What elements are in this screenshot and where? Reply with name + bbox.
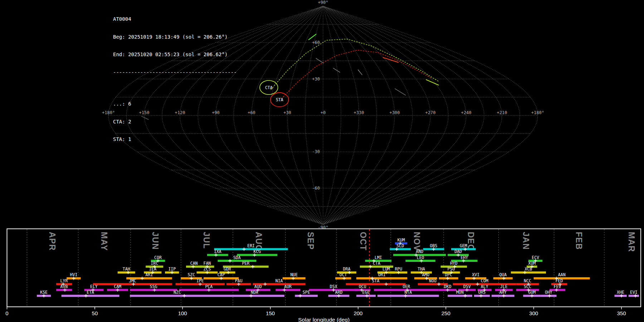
shower-label-xhe: XHE bbox=[617, 290, 624, 295]
shower-label-lyr: LYR bbox=[60, 278, 68, 283]
shower-label-ipe: IPE bbox=[196, 278, 204, 283]
shower-bar-sta bbox=[346, 283, 406, 285]
shower-label-leo: LEO bbox=[417, 255, 424, 260]
shower-peak-marker bbox=[251, 265, 254, 268]
shower-label-sta: STA bbox=[372, 278, 380, 283]
dec-grid-label: +90° bbox=[318, 0, 328, 5]
shower-label-kum: KUM bbox=[397, 238, 405, 243]
shower-label-urs: URS bbox=[478, 290, 486, 295]
shower-label-xcb: XCB bbox=[525, 267, 532, 272]
shower-peak-marker bbox=[385, 283, 388, 286]
shower-label-psu: PSU bbox=[448, 267, 455, 272]
shower-label-sld: SLD bbox=[396, 243, 404, 248]
shower-label-ixa: IXA bbox=[214, 249, 221, 254]
shower-label-ahy: AHY bbox=[499, 290, 507, 295]
shower-label-tah: TAH bbox=[123, 267, 130, 272]
shower-bar-xcb bbox=[511, 272, 546, 274]
shower-label-tha: THA bbox=[418, 267, 425, 272]
month-label-dec: DEC bbox=[466, 232, 475, 251]
shower-label-fev: FEV bbox=[554, 284, 561, 289]
shower-label-spe: SPE bbox=[303, 290, 310, 295]
shower-label-aur: AUR bbox=[284, 284, 292, 289]
shower-label-dpc: DPC bbox=[445, 272, 452, 277]
shower-label-irc: IRC bbox=[151, 261, 158, 266]
shower-label-aud: AUD bbox=[254, 284, 262, 289]
shower-bar-mon bbox=[448, 295, 472, 297]
shower-bar-kcg bbox=[237, 254, 277, 256]
month-label-jan: JAN bbox=[521, 232, 531, 250]
shower-peak-marker bbox=[476, 283, 479, 286]
radiant-label-cta: CTA bbox=[265, 85, 273, 90]
shower-label-eta: ETA bbox=[87, 290, 94, 295]
x-tick-label: 0 bbox=[5, 310, 8, 316]
shower-bar-aur bbox=[275, 289, 300, 291]
shower-label-ori: ORI bbox=[378, 272, 386, 277]
shower-bar-ori bbox=[356, 277, 407, 279]
shower-label-oer: OER bbox=[403, 284, 410, 289]
shower-bar-evi bbox=[629, 295, 639, 297]
shower-label-kse: KSE bbox=[40, 290, 48, 295]
shower-label-pca: PCA bbox=[205, 284, 213, 289]
month-label-nov: NOV bbox=[412, 232, 421, 251]
shower-label-xvi: XVI bbox=[472, 272, 479, 277]
shower-label-nia: NIA bbox=[275, 278, 283, 283]
ra-grid-label: +30 bbox=[283, 110, 291, 115]
shower-label-ncc: NCC bbox=[524, 278, 531, 283]
shower-label-ocu: OCU bbox=[359, 284, 366, 289]
shower-label-avb: AVB bbox=[60, 284, 68, 289]
shower-label-dad: DAD bbox=[454, 249, 462, 254]
shower-label-hvi: HVI bbox=[70, 272, 78, 277]
shower-label-dsv: DSV bbox=[463, 284, 471, 289]
shower-label-ssg: SSG bbox=[150, 284, 157, 289]
shower-label-scc: SCC bbox=[524, 284, 531, 289]
shower-label-cam: CAM bbox=[114, 284, 121, 289]
shower-bar-spe bbox=[295, 295, 318, 297]
shower-label-hyd: HYD bbox=[450, 261, 458, 266]
shower-label-dsx: DSX bbox=[330, 284, 337, 289]
shower-bar-tah bbox=[118, 272, 135, 274]
meteor-trail bbox=[426, 80, 438, 85]
x-axis-title: Solar longitude (deg) bbox=[298, 317, 350, 322]
shower-label-obs: OBS bbox=[430, 243, 438, 248]
shower-bar-sda bbox=[218, 260, 256, 262]
shower-label-rpu: RPU bbox=[395, 267, 402, 272]
shower-label-ecv: ECV bbox=[532, 255, 539, 260]
ra-grid-label: +240 bbox=[461, 110, 472, 115]
shower-label-ege: EGE bbox=[362, 290, 370, 295]
shower-peak-marker bbox=[243, 248, 246, 251]
shower-label-per: PER bbox=[242, 261, 250, 266]
shower-label-nzc: NZC bbox=[174, 290, 181, 295]
meteor-counts: ...: 6 CTA: 2 STA: 1 bbox=[113, 89, 237, 154]
shower-bar-noo bbox=[418, 283, 448, 285]
month-label-mar: MAR bbox=[627, 232, 636, 252]
shower-label-jle: JLE bbox=[500, 284, 508, 289]
count-cta: CTA: 2 bbox=[113, 119, 237, 125]
radiant-map-scene: +180°+150+120+90+60+30+0+330+300+270+240… bbox=[0, 0, 644, 322]
month-label-apr: APR bbox=[48, 232, 57, 251]
month-label-oct: OCT bbox=[358, 232, 368, 251]
shower-label-dkd: DKD bbox=[444, 284, 452, 289]
meteor-trail bbox=[333, 68, 340, 73]
month-label-sep: SEP bbox=[306, 232, 315, 250]
shower-label-and: AND bbox=[416, 249, 423, 254]
x-tick-label: 200 bbox=[353, 310, 362, 316]
shower-bar-nta bbox=[377, 295, 439, 297]
sky-grid-line bbox=[305, 6, 323, 225]
radiant-label-sta: STA bbox=[276, 97, 283, 102]
dec-grid-label: -60 bbox=[312, 186, 320, 191]
shower-label-jmc: JMC bbox=[129, 278, 136, 283]
shower-label-aan: AAN bbox=[558, 272, 566, 277]
shower-label-sda: SDA bbox=[233, 255, 241, 260]
shower-label-ohy: OHY bbox=[545, 290, 552, 295]
shower-label-qua: QUA bbox=[499, 272, 507, 277]
shower-label-cap: CAP bbox=[218, 272, 225, 277]
dec-grid-label: +30 bbox=[312, 77, 320, 82]
shower-label-zcs: ZCS bbox=[204, 267, 211, 272]
meteor-trail bbox=[309, 34, 316, 40]
shower-label-noo: NOO bbox=[429, 278, 436, 283]
shower-label-cta: CTA bbox=[373, 261, 380, 266]
shower-peak-marker bbox=[228, 259, 231, 263]
shower-label-fed: FED bbox=[555, 278, 563, 283]
shower-peak-marker bbox=[263, 283, 267, 286]
shower-label-oct: OCT bbox=[340, 272, 347, 277]
